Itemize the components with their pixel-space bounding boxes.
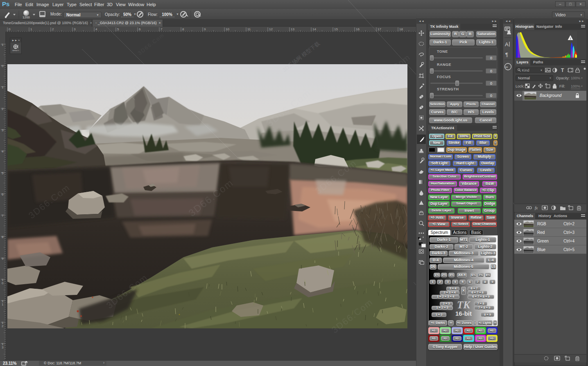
svg-text:fx: fx — [535, 206, 538, 210]
svg-text:T: T — [561, 67, 564, 73]
svg-text:!: ! — [570, 37, 571, 40]
svg-text:A: A — [505, 41, 509, 47]
svg-text:∞: ∞ — [505, 65, 508, 69]
svg-text:¶: ¶ — [505, 52, 508, 58]
